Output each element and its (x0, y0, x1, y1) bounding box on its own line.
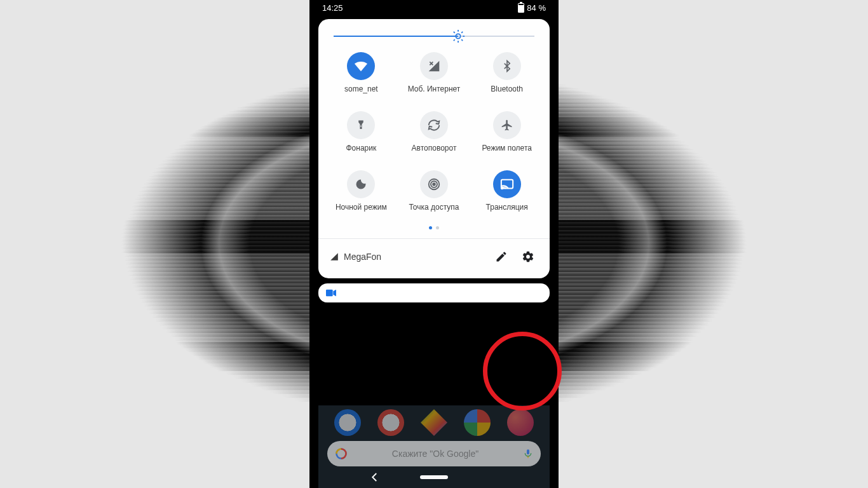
quick-settings-panel: some_net Моб. Интернет Bluetooth Фонарик (318, 19, 550, 278)
flashlight-icon (347, 111, 375, 139)
google-logo-icon (335, 447, 348, 460)
phone-frame: 14:25 84 % some_net (313, 0, 555, 488)
wifi-icon (347, 52, 375, 80)
page-dot (436, 226, 439, 229)
tile-night-mode[interactable]: Ночной режим (327, 170, 395, 212)
tile-hotspot[interactable]: Точка доступа (400, 170, 468, 212)
dock-icon-chrome[interactable] (464, 409, 491, 436)
mobile-data-icon (420, 52, 448, 80)
tile-label: Ночной режим (336, 203, 387, 212)
back-button[interactable] (369, 471, 381, 483)
settings-button[interactable] (518, 247, 538, 267)
svg-line-7 (454, 39, 455, 41)
signal-icon (330, 252, 339, 261)
tile-label: Фонарик (346, 144, 376, 152)
dock-icon-phone[interactable] (334, 409, 361, 436)
tile-label: Моб. Интернет (408, 85, 461, 93)
brightness-track (334, 36, 534, 37)
status-bar: 14:25 84 % (313, 0, 555, 15)
tile-mobile-data[interactable]: Моб. Интернет (400, 52, 468, 93)
video-icon (326, 289, 336, 297)
tile-bluetooth[interactable]: Bluetooth (473, 52, 541, 93)
search-hint: Скажите "Ok Google" (354, 449, 517, 459)
tile-label: Трансляция (486, 203, 528, 212)
tile-label: Bluetooth (491, 85, 523, 93)
dock-icon-messages[interactable] (377, 409, 404, 436)
tile-label: Автоповорот (412, 144, 457, 152)
notification-row[interactable] (318, 283, 550, 302)
bluetooth-icon (493, 52, 521, 80)
svg-rect-15 (326, 289, 333, 296)
svg-point-10 (433, 184, 435, 186)
tile-label: Режим полета (482, 144, 532, 152)
svg-point-9 (360, 126, 362, 127)
svg-line-6 (461, 39, 463, 41)
battery-icon (518, 3, 524, 13)
pencil-icon (495, 250, 508, 263)
cast-icon (493, 170, 521, 198)
tile-airplane[interactable]: Режим полета (473, 111, 541, 152)
mic-icon[interactable] (523, 447, 533, 460)
carrier-label: MegaFon (330, 252, 485, 262)
brightness-slider[interactable] (318, 19, 550, 43)
home-pill[interactable] (420, 475, 448, 479)
page-indicator (318, 219, 550, 238)
tile-cast[interactable]: Трансляция (473, 170, 541, 212)
dock-icon-play[interactable] (421, 409, 447, 436)
edit-tiles-button[interactable] (491, 247, 512, 267)
night-mode-icon (347, 170, 375, 198)
home-screen: Скажите "Ok Google" (318, 412, 550, 488)
tile-label: Точка доступа (409, 203, 459, 212)
airplane-icon (493, 111, 521, 139)
svg-point-14 (501, 187, 503, 189)
tile-autorotate[interactable]: Автоповорот (400, 111, 468, 152)
page-dot (429, 226, 432, 229)
navigation-bar (318, 469, 550, 485)
svg-rect-17 (527, 449, 529, 454)
status-time: 14:25 (322, 3, 343, 13)
svg-line-8 (461, 32, 463, 33)
dock (318, 409, 550, 436)
svg-line-5 (454, 32, 455, 33)
tile-flashlight[interactable]: Фонарик (327, 111, 395, 152)
brightness-thumb-icon[interactable] (451, 29, 465, 43)
dock-icon-camera[interactable] (507, 409, 534, 436)
hotspot-icon (420, 170, 448, 198)
brightness-fill (334, 36, 458, 37)
quick-settings-tiles: some_net Моб. Интернет Bluetooth Фонарик (318, 43, 550, 219)
google-search-bar[interactable]: Скажите "Ok Google" (327, 441, 541, 466)
tile-wifi[interactable]: some_net (327, 52, 395, 93)
autorotate-icon (420, 111, 448, 139)
tile-label: some_net (344, 85, 378, 93)
battery-percent: 84 % (527, 3, 546, 13)
status-right: 84 % (518, 3, 546, 13)
gear-icon (522, 250, 534, 263)
quick-settings-footer: MegaFon (318, 238, 550, 274)
svg-point-0 (456, 34, 460, 38)
